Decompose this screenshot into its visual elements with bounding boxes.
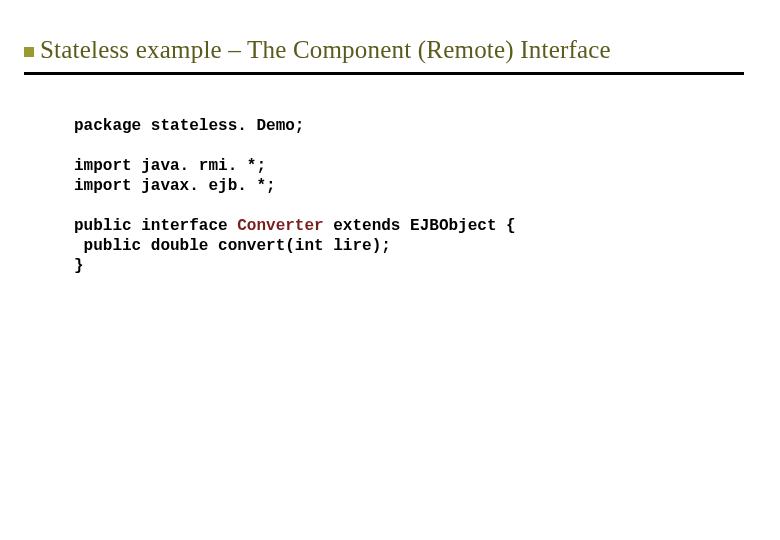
code-text: java. rmi. *; <box>132 157 266 175</box>
slide-title: Stateless example – The Component (Remot… <box>40 36 611 64</box>
class-name: Converter <box>237 217 323 235</box>
code-block: package stateless. Demo; import java. rm… <box>74 116 516 276</box>
code-text: javax. ejb. *; <box>132 177 276 195</box>
code-text: } <box>74 257 84 275</box>
keyword-import: import <box>74 157 132 175</box>
slide: Stateless example – The Component (Remot… <box>0 0 780 540</box>
keyword-import: import <box>74 177 132 195</box>
code-text: public double convert(int lire); <box>74 237 391 255</box>
keyword-package: package <box>74 117 141 135</box>
keyword-public-interface: public interface <box>74 217 237 235</box>
code-text: extends EJBObject { <box>324 217 516 235</box>
title-bullet-icon <box>24 47 34 57</box>
code-text: stateless. Demo; <box>141 117 304 135</box>
title-underline <box>24 72 744 75</box>
